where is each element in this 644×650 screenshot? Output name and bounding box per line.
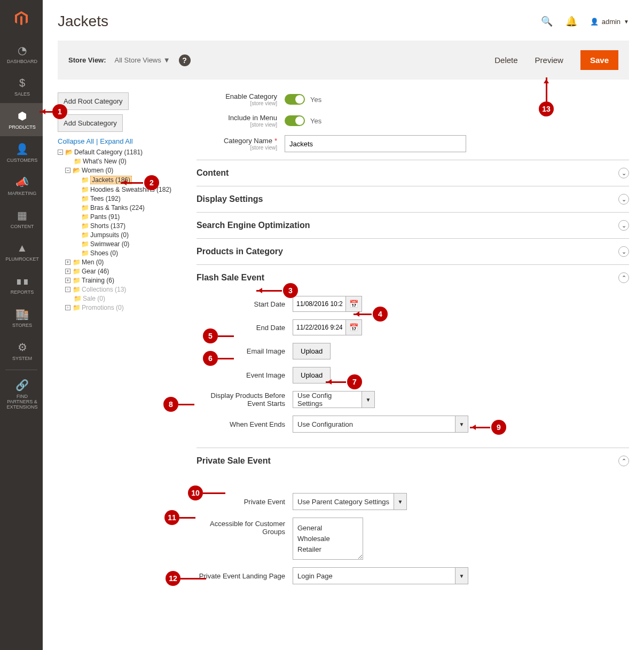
- help-icon[interactable]: ?: [179, 54, 191, 66]
- tree-node-swimwear[interactable]: 📁Swimwear (0): [73, 240, 186, 248]
- page-toolbar: Store View: All Store Views ▼ ? Delete P…: [58, 41, 629, 80]
- include-menu-toggle[interactable]: [285, 115, 305, 126]
- section-private-sale-header[interactable]: Private Sale Event⌃: [197, 456, 629, 466]
- collapse-icon[interactable]: −: [65, 168, 70, 173]
- group-option[interactable]: Retailer: [297, 545, 358, 553]
- folder-icon: 📁: [81, 240, 89, 248]
- tree-node-tees[interactable]: 📁Tees (192): [73, 195, 186, 202]
- section-products-in-category[interactable]: Products in Category⌄: [197, 239, 629, 265]
- delete-button[interactable]: Delete: [494, 56, 517, 65]
- tree-node-training[interactable]: +📁Training (6): [65, 277, 186, 284]
- nav-products[interactable]: ⬢PRODUCTS: [0, 103, 43, 136]
- person-icon: 👤: [15, 143, 29, 155]
- bell-icon[interactable]: 🔔: [566, 15, 577, 27]
- nav-label: CONTENT: [11, 224, 34, 229]
- category-name-input[interactable]: [285, 135, 466, 152]
- scope-label: [store view]: [197, 122, 277, 128]
- tree-node-promotions[interactable]: +📁Promotions (0): [65, 304, 186, 311]
- private-event-select[interactable]: Use Parent Category Settings ▼: [293, 493, 407, 510]
- add-root-category-button[interactable]: Add Root Category: [58, 92, 129, 110]
- folder-icon: 📁: [73, 304, 81, 311]
- nav-marketing[interactable]: 📣MARKETING: [0, 169, 43, 202]
- customer-groups-multiselect[interactable]: General Wholesale Retailer: [293, 518, 363, 560]
- select-value: Use Parent Category Settings: [297, 498, 389, 506]
- group-option[interactable]: General: [297, 524, 358, 532]
- nav-reports[interactable]: ∎∎REPORTS: [0, 268, 43, 301]
- nav-stores[interactable]: 🏬STORES: [0, 301, 43, 334]
- section-flash-sale-header[interactable]: Flash Sale Event⌃: [197, 272, 629, 283]
- expand-icon[interactable]: +: [65, 287, 70, 292]
- tree-label: Women (0): [82, 167, 113, 174]
- admin-user-menu[interactable]: 👤 admin ▼: [590, 18, 629, 26]
- section-title: Display Settings: [197, 194, 263, 204]
- landing-page-select[interactable]: Login Page ▼: [293, 567, 468, 584]
- expand-all-link[interactable]: Expand All: [100, 137, 132, 145]
- section-title: Content: [197, 168, 229, 178]
- tree-node-shoes[interactable]: 📁Shoes (0): [73, 249, 186, 257]
- preview-button[interactable]: Preview: [535, 56, 563, 65]
- when-ends-select[interactable]: Use Configuration ▼: [293, 416, 468, 433]
- section-display-settings[interactable]: Display Settings⌄: [197, 186, 629, 213]
- group-option[interactable]: Wholesale: [297, 535, 358, 543]
- tree-node-bras[interactable]: 📁Bras & Tanks (224): [73, 204, 186, 212]
- tree-node-sale[interactable]: 📁Sale (0): [65, 295, 186, 302]
- nav-dashboard[interactable]: ◔DASHBOARD: [0, 37, 43, 71]
- storeview-selector[interactable]: All Store Views ▼: [115, 56, 170, 64]
- tree-node-collections[interactable]: +📁Collections (13): [65, 286, 186, 293]
- display-before-select[interactable]: Use Config Settings ▼: [293, 391, 375, 408]
- select-value: Use Configuration: [297, 420, 353, 428]
- tree-node-men[interactable]: +📁Men (0): [65, 259, 186, 266]
- tree-node-hoodies[interactable]: 📁Hoodies & Sweatshirts (182): [73, 186, 186, 193]
- folder-icon: 📂: [73, 167, 81, 174]
- folder-icon: 📁: [81, 176, 89, 184]
- tree-node-shorts[interactable]: 📁Shorts (137): [73, 222, 186, 230]
- section-content[interactable]: Content⌄: [197, 160, 629, 186]
- nav-label: CUSTOMERS: [7, 158, 37, 163]
- annotation-10: 10: [188, 485, 203, 500]
- section-seo[interactable]: Search Engine Optimization⌄: [197, 213, 629, 239]
- caret-down-icon: ▼: [624, 19, 629, 25]
- nav-plumrocket[interactable]: ▲PLUMROCKET: [0, 236, 43, 268]
- tree-node-whatsnew[interactable]: 📁What's New (0): [65, 158, 186, 165]
- annotation-5: 5: [203, 328, 218, 343]
- tree-label: Pants (91): [90, 213, 120, 221]
- expand-icon[interactable]: +: [65, 260, 70, 265]
- nav-label: PLUMROCKET: [5, 256, 39, 262]
- calendar-icon[interactable]: 📅: [346, 319, 362, 335]
- enable-category-toggle[interactable]: [285, 94, 305, 105]
- chart-icon: ∎∎: [15, 275, 29, 287]
- nav-content[interactable]: ▦CONTENT: [0, 202, 43, 236]
- chevron-down-icon: ⌄: [618, 194, 629, 205]
- tree-node-default[interactable]: −📂Default Category (1181): [58, 148, 186, 156]
- magento-logo[interactable]: [0, 0, 43, 37]
- collapse-all-link[interactable]: Collapse All: [58, 137, 94, 145]
- admin-sidebar: ◔DASHBOARD $SALES ⬢PRODUCTS 👤CUSTOMERS 📣…: [0, 0, 43, 650]
- annotation-6: 6: [203, 351, 218, 366]
- calendar-icon[interactable]: 📅: [346, 296, 362, 312]
- search-icon[interactable]: 🔍: [541, 15, 553, 27]
- nav-system[interactable]: ⚙SYSTEM: [0, 334, 43, 367]
- folder-icon: 📁: [74, 158, 82, 165]
- start-date-input[interactable]: [293, 296, 346, 312]
- tree-node-pants[interactable]: 📁Pants (91): [73, 213, 186, 221]
- tree-node-jumpsuits[interactable]: 📁Jumpsuits (0): [73, 231, 186, 239]
- nav-customers[interactable]: 👤CUSTOMERS: [0, 136, 43, 169]
- nav-partners[interactable]: 🔗FIND PARTNERS & EXTENSIONS: [0, 372, 43, 416]
- add-subcategory-button[interactable]: Add Subcategory: [58, 114, 123, 132]
- expand-icon[interactable]: +: [65, 278, 70, 283]
- tree-node-women[interactable]: −📂Women (0): [65, 167, 186, 174]
- nav-sales[interactable]: $SALES: [0, 71, 43, 103]
- tree-node-gear[interactable]: +📁Gear (46): [65, 268, 186, 275]
- save-button[interactable]: Save: [580, 50, 618, 70]
- tree-label: Men (0): [82, 259, 104, 266]
- folder-icon: 📁: [81, 231, 89, 239]
- tree-label: Shorts (137): [90, 222, 125, 230]
- toggle-value-label: Yes: [310, 96, 321, 104]
- collapse-icon[interactable]: −: [58, 150, 63, 155]
- end-date-input[interactable]: [293, 319, 346, 335]
- expand-icon[interactable]: +: [65, 269, 70, 274]
- email-image-upload-button[interactable]: Upload: [293, 343, 331, 359]
- expand-icon[interactable]: +: [65, 305, 70, 310]
- folder-icon: 📁: [81, 222, 89, 230]
- folder-icon: 📁: [73, 268, 81, 275]
